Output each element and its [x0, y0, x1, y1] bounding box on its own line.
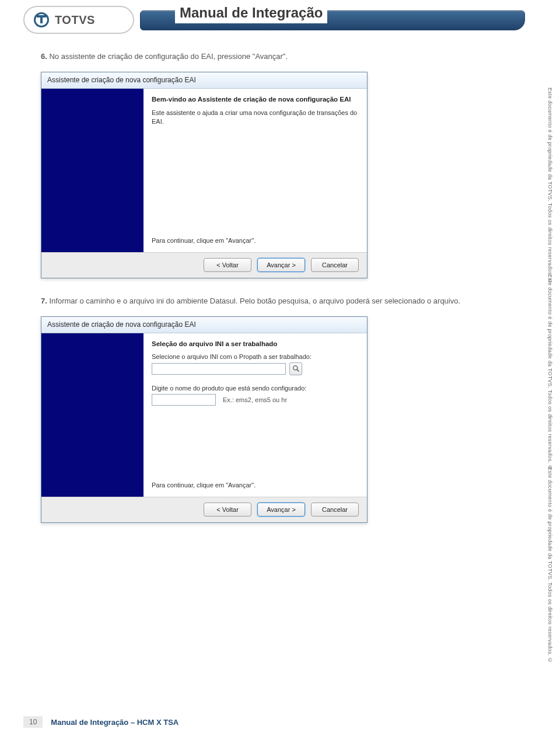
logo-text: TOTVS: [55, 13, 95, 27]
wizard-window-ini: Assistente de criação de nova configuraç…: [41, 316, 368, 523]
step-body: No assistente de criação de configuração…: [49, 52, 288, 61]
step-7-text: 7. Informar o caminho e o arquivo ini do…: [41, 296, 525, 307]
search-icon[interactable]: [289, 362, 302, 375]
proprietary-notice: Este documento é de propriedade da TOTVS…: [539, 274, 553, 471]
wizard-window-welcome: Assistente de criação de nova configuraç…: [41, 72, 368, 278]
wizard-welcome-heading: Bem-vindo ao Assistente de criação de no…: [152, 96, 358, 103]
cancel-button[interactable]: Cancelar: [311, 503, 359, 517]
step-body: Informar o caminho e o arquivo ini do am…: [49, 297, 460, 305]
wizard-sidebar-image: [41, 333, 144, 497]
wizard-ini-heading: Seleção do arquivo INI a ser trabalhado: [152, 340, 358, 347]
window-title: Assistente de criação de nova configuraç…: [41, 72, 367, 89]
wizard-button-row: < Voltar Avançar > Cancelar: [41, 252, 367, 278]
product-name-input[interactable]: [152, 394, 216, 406]
product-name-hint: Ex.: ems2, ems5 ou hr: [223, 396, 287, 403]
back-button[interactable]: < Voltar: [204, 258, 251, 272]
ini-file-label: Selecione o arquivo INI com o Propath a …: [152, 353, 358, 360]
magnifier-icon: [292, 365, 300, 372]
cancel-button[interactable]: Cancelar: [311, 258, 359, 272]
totvs-logo-icon: [33, 11, 50, 29]
wizard-continue-text: Para continuar, clique em "Avançar".: [152, 237, 358, 247]
ini-file-input[interactable]: [152, 363, 286, 375]
step-6-text: 6. No assistente de criação de configura…: [41, 51, 525, 62]
wizard-continue-text: Para continuar, clique em "Avançar".: [152, 482, 358, 492]
svg-line-1: [297, 369, 299, 371]
step-number: 7.: [41, 297, 47, 305]
document-header: TOTVS Manual de Integração: [41, 6, 525, 34]
page-number: 10: [23, 716, 43, 728]
document-title: Manual de Integração: [175, 5, 327, 23]
next-button[interactable]: Avançar >: [257, 503, 305, 517]
logo-pill: TOTVS: [23, 6, 134, 34]
product-name-label: Digite o nome do produto que está sendo …: [152, 385, 358, 392]
wizard-welcome-text: Este assistente o ajuda a criar uma nova…: [152, 109, 358, 126]
wizard-button-row: < Voltar Avançar > Cancelar: [41, 497, 367, 522]
proprietary-notice: Este documento é de propriedade da TOTVS…: [539, 88, 553, 284]
next-button[interactable]: Avançar >: [257, 258, 305, 272]
footer-title: Manual de Integração – HCM X TSA: [51, 718, 178, 727]
step-number: 6.: [41, 52, 47, 61]
page-footer: 10 Manual de Integração – HCM X TSA: [0, 716, 560, 728]
back-button[interactable]: < Voltar: [204, 503, 251, 517]
proprietary-notice: Este documento é de propriedade da TOTVS…: [539, 467, 553, 664]
svg-point-0: [293, 366, 297, 370]
wizard-sidebar-image: [41, 89, 144, 252]
window-title: Assistente de criação de nova configuraç…: [41, 317, 367, 333]
